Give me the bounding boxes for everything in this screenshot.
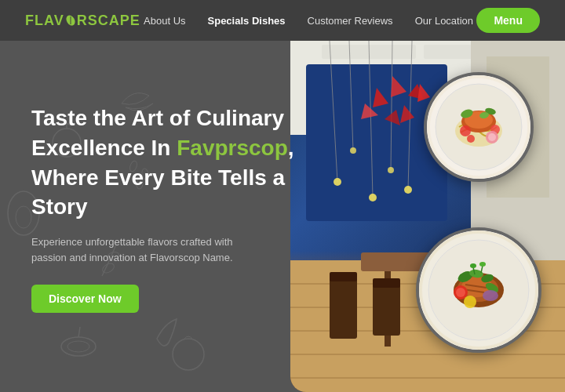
logo-leaf-icon [65,15,76,26]
hero-subtext: Experience unforgettable flavors crafted… [31,234,251,266]
svg-point-37 [334,178,341,186]
restaurant-photo [290,41,565,392]
hero-photo-area [267,41,565,392]
nav-item-specials[interactable]: Specials Dishes [208,13,286,27]
svg-point-8 [173,339,204,370]
logo-text-post: RSCAPE [77,13,140,29]
dish-bottom-food [419,230,538,350]
svg-rect-32 [373,282,400,336]
hero-text-block: Taste the Art of Culinary Excellence In … [31,103,298,313]
svg-rect-30 [330,276,357,339]
svg-point-64 [460,125,471,136]
discover-button[interactable]: Discover Now [31,285,139,313]
svg-rect-33 [373,278,400,288]
svg-point-68 [488,133,496,141]
svg-point-10 [67,341,89,352]
logo-text-pre: FLAV [25,13,64,29]
svg-point-9 [61,337,96,356]
logo[interactable]: FLAV RSCAPE [25,13,140,29]
svg-point-38 [369,194,377,201]
svg-point-81 [456,288,465,297]
svg-point-43 [388,167,394,173]
nav-item-reviews[interactable]: Customer Reviews [308,13,393,27]
nav-links: About Us Specials Dishes Customer Review… [144,13,473,27]
nav-item-about[interactable]: About Us [144,13,185,27]
nav-item-location[interactable]: Our Location [415,13,473,27]
svg-rect-31 [330,272,357,281]
dish-top [424,72,534,182]
navbar: FLAV RSCAPE About Us Specials Dishes Cus… [0,0,565,41]
svg-point-82 [483,290,498,301]
svg-point-85 [470,263,476,268]
svg-point-87 [479,262,486,267]
menu-button[interactable]: Menu [476,8,540,33]
svg-point-39 [404,186,412,194]
svg-point-41 [350,147,356,154]
svg-point-3 [16,206,31,228]
svg-point-83 [464,296,476,308]
hero-section: Taste the Art of Culinary Excellence In … [0,41,565,392]
svg-line-11 [78,327,80,337]
svg-point-66 [467,135,475,143]
dish-bottom [416,227,541,353]
hero-headline: Taste the Art of Culinary Excellence In … [31,103,298,222]
headline-brand: Favprscop [177,136,288,160]
dish-top-food [427,75,530,179]
